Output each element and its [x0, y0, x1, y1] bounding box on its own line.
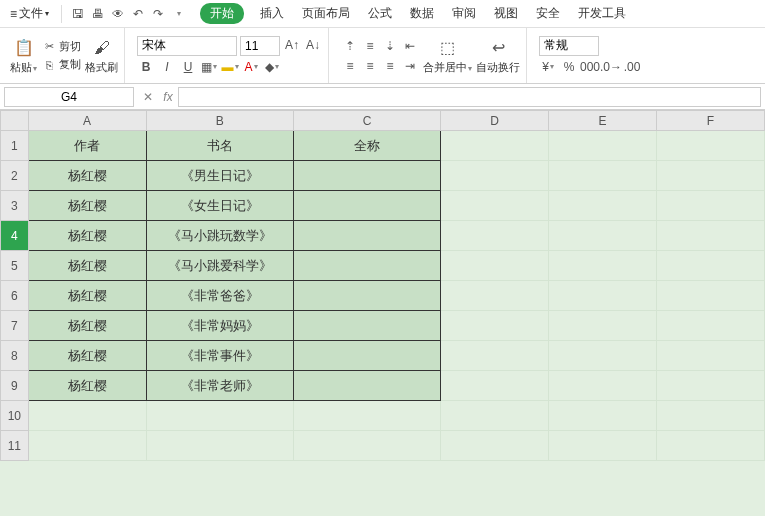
italic-icon[interactable]: I [158, 58, 176, 76]
cell-C6[interactable] [294, 281, 441, 311]
cell-A5[interactable]: 杨红樱 [28, 251, 146, 281]
undo-icon[interactable]: ↶ [130, 6, 146, 22]
paste-button[interactable]: 📋 粘贴 [10, 37, 37, 75]
decimal-inc-icon[interactable]: .0→ [602, 58, 620, 76]
cell-B11[interactable] [146, 431, 293, 461]
cell-D11[interactable] [441, 431, 549, 461]
file-menu[interactable]: ≡ 文件 ▾ [6, 5, 53, 22]
cell-F1[interactable] [657, 131, 765, 161]
row-header-11[interactable]: 11 [1, 431, 29, 461]
more-qat-icon[interactable] [170, 6, 186, 22]
col-header-C[interactable]: C [294, 111, 441, 131]
cell-B6[interactable]: 《非常爸爸》 [146, 281, 293, 311]
cell-A1[interactable]: 作者 [28, 131, 146, 161]
cell-D7[interactable] [441, 311, 549, 341]
cell-D5[interactable] [441, 251, 549, 281]
row-header-2[interactable]: 2 [1, 161, 29, 191]
cell-D6[interactable] [441, 281, 549, 311]
cell-E1[interactable] [549, 131, 657, 161]
cell-B1[interactable]: 书名 [146, 131, 293, 161]
cell-A4[interactable]: 杨红樱 [28, 221, 146, 251]
formula-input[interactable] [178, 87, 761, 107]
row-header-10[interactable]: 10 [1, 401, 29, 431]
row-header-8[interactable]: 8 [1, 341, 29, 371]
cell-B5[interactable]: 《马小跳爱科学》 [146, 251, 293, 281]
merge-button[interactable]: ⬚ 合并居中 [423, 37, 472, 75]
col-header-D[interactable]: D [441, 111, 549, 131]
tab-devtools[interactable]: 开发工具 [576, 3, 628, 24]
align-top-icon[interactable]: ⇡ [341, 37, 359, 55]
cell-E11[interactable] [549, 431, 657, 461]
fill-color-icon[interactable]: ▬ [221, 58, 239, 76]
row-header-5[interactable]: 5 [1, 251, 29, 281]
cell-D9[interactable] [441, 371, 549, 401]
row-header-9[interactable]: 9 [1, 371, 29, 401]
cell-D1[interactable] [441, 131, 549, 161]
cell-C5[interactable] [294, 251, 441, 281]
cell-E3[interactable] [549, 191, 657, 221]
format-painter-button[interactable]: 🖌 格式刷 [85, 37, 118, 75]
tab-data[interactable]: 数据 [408, 3, 436, 24]
col-header-E[interactable]: E [549, 111, 657, 131]
wrap-button[interactable]: ↩ 自动换行 [476, 37, 520, 75]
cell-A11[interactable] [28, 431, 146, 461]
cell-E6[interactable] [549, 281, 657, 311]
cell-D3[interactable] [441, 191, 549, 221]
cell-E7[interactable] [549, 311, 657, 341]
cell-B4[interactable]: 《马小跳玩数学》 [146, 221, 293, 251]
cell-F3[interactable] [657, 191, 765, 221]
cell-A3[interactable]: 杨红樱 [28, 191, 146, 221]
align-middle-icon[interactable]: ≡ [361, 37, 379, 55]
cell-E8[interactable] [549, 341, 657, 371]
cell-E5[interactable] [549, 251, 657, 281]
cell-E2[interactable] [549, 161, 657, 191]
cell-F6[interactable] [657, 281, 765, 311]
select-all-corner[interactable] [1, 111, 29, 131]
row-header-7[interactable]: 7 [1, 311, 29, 341]
print-preview-icon[interactable]: 👁 [110, 6, 126, 22]
cancel-icon[interactable]: ✕ [138, 90, 158, 104]
decimal-dec-icon[interactable]: .00 [623, 58, 641, 76]
tab-review[interactable]: 审阅 [450, 3, 478, 24]
cell-C1[interactable]: 全称 [294, 131, 441, 161]
tab-formula[interactable]: 公式 [366, 3, 394, 24]
cell-A9[interactable]: 杨红樱 [28, 371, 146, 401]
cell-F9[interactable] [657, 371, 765, 401]
row-header-3[interactable]: 3 [1, 191, 29, 221]
cell-E4[interactable] [549, 221, 657, 251]
print-icon[interactable]: 🖶 [90, 6, 106, 22]
cell-B2[interactable]: 《男生日记》 [146, 161, 293, 191]
cell-A10[interactable] [28, 401, 146, 431]
cell-B7[interactable]: 《非常妈妈》 [146, 311, 293, 341]
cell-B9[interactable]: 《非常老师》 [146, 371, 293, 401]
cell-F11[interactable] [657, 431, 765, 461]
row-header-4[interactable]: 4 [1, 221, 29, 251]
effects-icon[interactable]: ◆ [263, 58, 281, 76]
cell-B3[interactable]: 《女生日记》 [146, 191, 293, 221]
indent-decrease-icon[interactable]: ⇤ [401, 37, 419, 55]
cell-C4[interactable] [294, 221, 441, 251]
cell-F10[interactable] [657, 401, 765, 431]
cell-C8[interactable] [294, 341, 441, 371]
name-box[interactable] [4, 87, 134, 107]
cell-E9[interactable] [549, 371, 657, 401]
cell-F4[interactable] [657, 221, 765, 251]
border-icon[interactable]: ▦ [200, 58, 218, 76]
increase-font-icon[interactable]: A↑ [283, 36, 301, 54]
cell-F8[interactable] [657, 341, 765, 371]
tab-insert[interactable]: 插入 [258, 3, 286, 24]
cell-D4[interactable] [441, 221, 549, 251]
cell-B8[interactable]: 《非常事件》 [146, 341, 293, 371]
comma-icon[interactable]: 000 [581, 58, 599, 76]
underline-icon[interactable]: U [179, 58, 197, 76]
indent-increase-icon[interactable]: ⇥ [401, 57, 419, 75]
align-right-icon[interactable]: ≡ [381, 57, 399, 75]
tab-layout[interactable]: 页面布局 [300, 3, 352, 24]
cell-F2[interactable] [657, 161, 765, 191]
col-header-B[interactable]: B [146, 111, 293, 131]
cell-C2[interactable] [294, 161, 441, 191]
cut-button[interactable]: ✂剪切 [41, 39, 81, 55]
align-center-icon[interactable]: ≡ [361, 57, 379, 75]
cell-A2[interactable]: 杨红樱 [28, 161, 146, 191]
cell-F5[interactable] [657, 251, 765, 281]
